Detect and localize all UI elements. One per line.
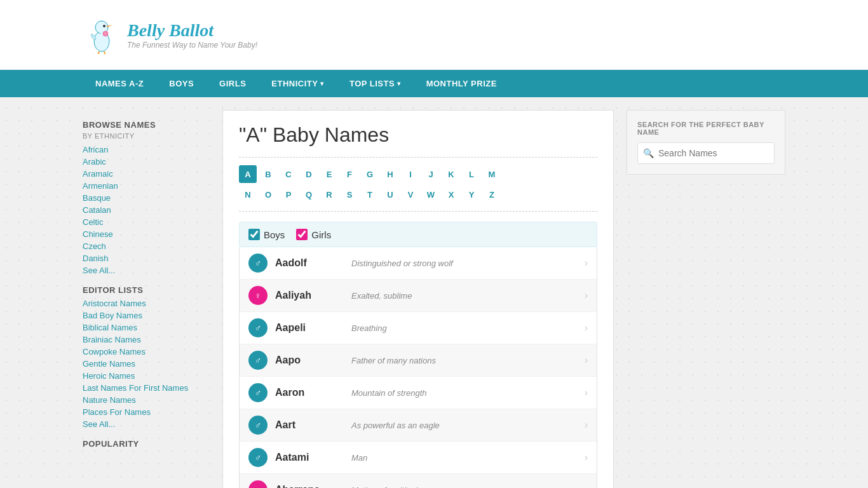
browse-names-title: Browse Names xyxy=(83,120,210,130)
alpha-btn-n[interactable]: N xyxy=(239,186,257,203)
name-list: ♂AadolfDistinguished or strong wolf›♀Aal… xyxy=(239,247,597,488)
editor-links: Aristocrat NamesBad Boy NamesBiblical Na… xyxy=(83,297,210,418)
name-row[interactable]: ♂AadolfDistinguished or strong wolf› xyxy=(240,247,597,280)
name-text: Aapeli xyxy=(275,322,351,334)
chevron-right-icon: › xyxy=(585,355,588,366)
alpha-btn-p[interactable]: P xyxy=(280,186,297,203)
popularity-title: Popularity xyxy=(83,439,210,449)
ethnicity-link-aramaic[interactable]: Aramaic xyxy=(83,168,210,180)
chevron-right-icon: › xyxy=(585,322,588,334)
see-all-ethnicity-link[interactable]: See All... xyxy=(83,264,210,276)
alpha-btn-y[interactable]: Y xyxy=(463,186,480,203)
search-input-wrapper: 🔍 xyxy=(637,142,775,164)
editor-link-aristocrat-names[interactable]: Aristocrat Names xyxy=(83,297,210,309)
name-row[interactable]: ♂AapeliBreathing› xyxy=(240,312,597,344)
chevron-right-icon: › xyxy=(585,484,588,488)
alpha-btn-z[interactable]: Z xyxy=(483,186,501,203)
alpha-btn-o[interactable]: O xyxy=(259,186,277,203)
logo-area[interactable]: Belly Ballot The Funnest Way to Name You… xyxy=(83,10,257,60)
editor-link-cowpoke-names[interactable]: Cowpoke Names xyxy=(83,346,210,358)
alpha-btn-q[interactable]: Q xyxy=(300,186,318,203)
alpha-btn-d[interactable]: D xyxy=(300,165,318,183)
editor-link-gentle-names[interactable]: Gentle Names xyxy=(83,358,210,370)
nav-names-az[interactable]: Names A-Z xyxy=(83,70,156,97)
ethnicity-link-african[interactable]: African xyxy=(83,144,210,156)
name-meaning: Man xyxy=(351,453,585,463)
nav-boys[interactable]: Boys xyxy=(156,70,207,97)
search-input[interactable] xyxy=(637,142,775,164)
ethnicity-link-chinese[interactable]: Chinese xyxy=(83,228,210,240)
ethnicity-link-catalan[interactable]: Catalan xyxy=(83,204,210,216)
alpha-btn-m[interactable]: M xyxy=(483,165,501,183)
boy-gender-icon: ♂ xyxy=(248,448,268,467)
chevron-down-icon: ▾ xyxy=(320,80,324,87)
boys-filter-label[interactable]: Boys xyxy=(248,229,285,240)
nav-girls[interactable]: Girls xyxy=(207,70,259,97)
name-row[interactable]: ♂AaronMountain of strength› xyxy=(240,377,597,409)
header: Belly Ballot The Funnest Way to Name You… xyxy=(0,0,868,70)
chevron-right-icon: › xyxy=(585,290,588,301)
editor-link-last-names-for-first-names[interactable]: Last Names For First Names xyxy=(83,382,210,394)
main-nav: Names A-Z Boys Girls Ethnicity▾ Top List… xyxy=(0,70,868,97)
stork-icon xyxy=(83,10,121,60)
alpha-btn-v[interactable]: V xyxy=(402,186,419,203)
editor-link-heroic-names[interactable]: Heroic Names xyxy=(83,370,210,382)
svg-line-6 xyxy=(104,51,105,54)
chevron-right-icon: › xyxy=(585,257,588,269)
filter-row: Boys Girls xyxy=(239,222,597,247)
ethnicity-link-armenian[interactable]: Armenian xyxy=(83,180,210,192)
name-row[interactable]: ♀AbarraneMother of multitude› xyxy=(240,474,597,488)
girl-gender-icon: ♀ xyxy=(248,286,268,305)
girls-checkbox[interactable] xyxy=(296,229,308,240)
boy-gender-icon: ♂ xyxy=(248,318,268,337)
chevron-right-icon: › xyxy=(585,452,588,463)
alpha-btn-w[interactable]: W xyxy=(422,186,440,203)
alpha-btn-h[interactable]: H xyxy=(381,165,399,183)
chevron-down-icon: ▾ xyxy=(397,80,401,87)
ethnicity-link-czech[interactable]: Czech xyxy=(83,240,210,252)
boy-gender-icon: ♂ xyxy=(248,416,268,435)
editor-link-bad-boy-names[interactable]: Bad Boy Names xyxy=(83,309,210,322)
ethnicity-link-celtic[interactable]: Celtic xyxy=(83,216,210,228)
name-text: Aatami xyxy=(275,452,351,463)
nav-ethnicity[interactable]: Ethnicity▾ xyxy=(259,70,337,97)
ethnicity-link-arabic[interactable]: Arabic xyxy=(83,156,210,168)
alpha-btn-l[interactable]: L xyxy=(463,165,480,183)
editor-link-biblical-names[interactable]: Biblical Names xyxy=(83,322,210,334)
name-meaning: Mountain of strength xyxy=(351,388,585,398)
alpha-btn-t[interactable]: T xyxy=(361,186,379,203)
alpha-btn-u[interactable]: U xyxy=(381,186,399,203)
alpha-btn-f[interactable]: F xyxy=(341,165,358,183)
alpha-btn-a[interactable]: A xyxy=(239,165,257,183)
ethnicity-link-basque[interactable]: Basque xyxy=(83,192,210,204)
see-all-editor-link[interactable]: See All... xyxy=(83,418,210,430)
editor-link-places-for-names[interactable]: Places For Names xyxy=(83,406,210,418)
nav-monthly-prize[interactable]: Monthly Prize xyxy=(414,70,510,97)
nav-top-lists[interactable]: Top Lists▾ xyxy=(337,70,414,97)
name-row[interactable]: ♂AartAs powerful as an eagle› xyxy=(240,409,597,442)
alpha-btn-j[interactable]: J xyxy=(422,165,440,183)
alpha-btn-b[interactable]: B xyxy=(259,165,277,183)
alpha-btn-r[interactable]: R xyxy=(320,186,338,203)
logo-text-area: Belly Ballot The Funnest Way to Name You… xyxy=(127,20,257,50)
girls-filter-label[interactable]: Girls xyxy=(296,229,331,240)
name-meaning: Mother of multitude xyxy=(351,485,585,489)
content-area: "A" Baby Names ABCDEFGHIJKLM NOPQRSTUVWX… xyxy=(222,110,614,488)
name-text: Aaron xyxy=(275,387,351,398)
alpha-btn-i[interactable]: I xyxy=(402,165,419,183)
alpha-btn-g[interactable]: G xyxy=(361,165,379,183)
boys-checkbox[interactable] xyxy=(248,229,260,240)
alpha-btn-s[interactable]: S xyxy=(341,186,358,203)
name-meaning: Breathing xyxy=(351,323,585,333)
ethnicity-links: AfricanArabicAramaicArmenianBasqueCatala… xyxy=(83,144,210,264)
name-row[interactable]: ♀AaliyahExalted, sublime› xyxy=(240,280,597,312)
alpha-btn-k[interactable]: K xyxy=(442,165,460,183)
name-row[interactable]: ♂AatamiMan› xyxy=(240,442,597,474)
alpha-btn-e[interactable]: E xyxy=(320,165,338,183)
name-row[interactable]: ♂AapoFather of many nations› xyxy=(240,344,597,377)
alpha-btn-c[interactable]: C xyxy=(280,165,297,183)
ethnicity-link-danish[interactable]: Danish xyxy=(83,252,210,264)
editor-link-brainiac-names[interactable]: Brainiac Names xyxy=(83,334,210,346)
editor-link-nature-names[interactable]: Nature Names xyxy=(83,394,210,406)
alpha-btn-x[interactable]: X xyxy=(442,186,460,203)
